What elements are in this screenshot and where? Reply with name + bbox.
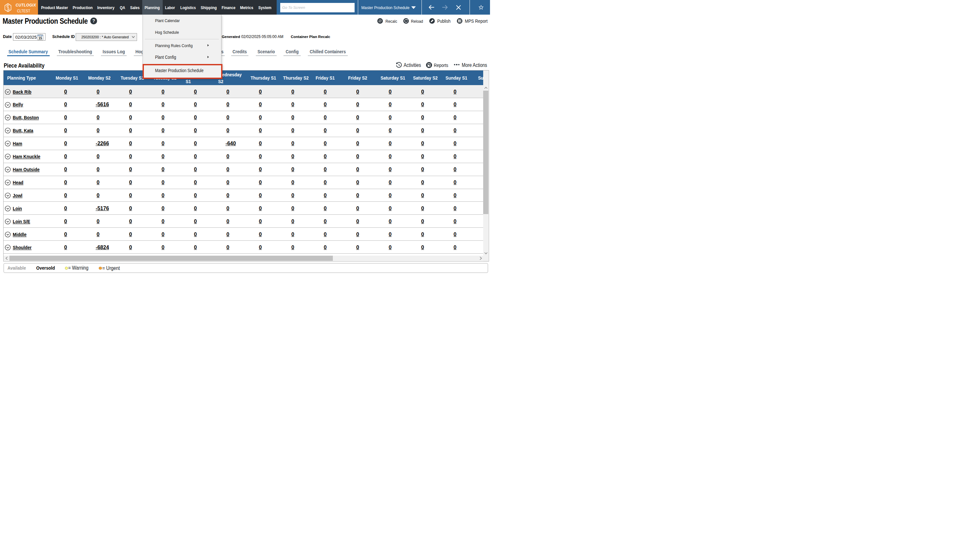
svg-text:15: 15 [38,36,42,40]
svg-text:x: x [458,20,460,22]
